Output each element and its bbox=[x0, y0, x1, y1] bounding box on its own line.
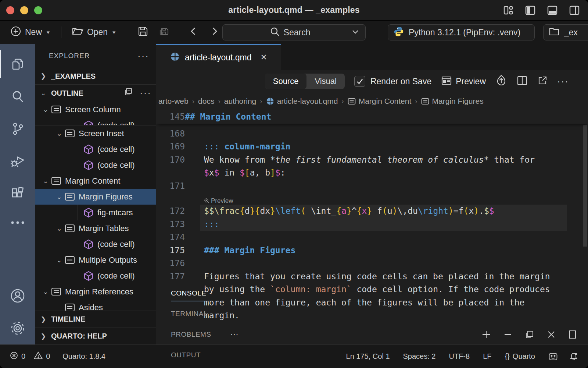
language-mode-status[interactable]: {} Quarto bbox=[505, 352, 535, 361]
outline-more-icon[interactable]: ··· bbox=[140, 88, 151, 99]
chevron-down-icon[interactable]: ⌄ bbox=[54, 193, 64, 201]
zoom-window-button[interactable] bbox=[34, 6, 42, 14]
panel-tab-ports[interactable]: PORTS bbox=[171, 365, 211, 368]
navigate-forward-button[interactable] bbox=[207, 24, 222, 41]
workspace-section-row[interactable]: ❯ _EXAMPLES bbox=[35, 68, 156, 85]
panel-maximize-icon[interactable] bbox=[568, 330, 577, 339]
chevron-down-icon[interactable]: ⌄ bbox=[54, 224, 64, 233]
quarto-version-status[interactable]: Quarto: 1.8.4 bbox=[62, 352, 105, 361]
tab-close-icon[interactable]: ✕ bbox=[261, 53, 267, 62]
outline-item-margin-content[interactable]: ⌄Margin Content bbox=[35, 173, 156, 189]
code-line-wrap[interactable]: more than one figure, each of the figure… bbox=[156, 296, 588, 309]
chevron-down-icon[interactable]: ⌄ bbox=[54, 130, 64, 138]
panel-restore-icon[interactable] bbox=[525, 330, 534, 339]
code-line-174[interactable]: 174 bbox=[156, 231, 588, 244]
eol-status[interactable]: LF bbox=[483, 352, 491, 361]
breadcrumb-item-article-layout-qmd[interactable]: article-layout.qmd bbox=[266, 97, 338, 106]
outline-item--code-cell-[interactable]: (code cell) bbox=[35, 157, 156, 173]
preview-button[interactable]: Preview bbox=[441, 75, 486, 87]
math-preview-codelens[interactable]: Preview bbox=[204, 197, 233, 205]
code-line-170[interactable]: 170We know from *the first fundamental t… bbox=[156, 153, 588, 166]
code-line-171[interactable]: 171 bbox=[156, 179, 588, 192]
code-editor[interactable]: 145## Margin Content 168169::: column-ma… bbox=[156, 110, 588, 324]
interpreter-selector[interactable]: Python 3.12.1 (PipEnv: .venv) bbox=[388, 24, 535, 40]
chevron-down-icon[interactable]: ⌄ bbox=[54, 256, 64, 264]
chevron-down-icon[interactable]: ⌄ bbox=[41, 288, 50, 296]
activity-explorer-icon[interactable] bbox=[0, 48, 35, 80]
minimize-window-button[interactable] bbox=[20, 6, 28, 14]
split-editor-button[interactable] bbox=[517, 75, 528, 87]
outline-item--code-cell-[interactable]: (code cell) bbox=[35, 236, 156, 252]
outline-item--code-cell-[interactable]: (code cell) bbox=[35, 268, 156, 284]
account-icon[interactable] bbox=[0, 280, 35, 312]
toggle-primary-sidebar-icon[interactable] bbox=[525, 5, 536, 16]
activity-source-control-icon[interactable] bbox=[0, 113, 35, 145]
render-button[interactable] bbox=[495, 75, 507, 88]
save-button[interactable] bbox=[135, 24, 151, 41]
notifications-bell-icon[interactable] bbox=[569, 352, 578, 361]
code-line-145[interactable]: 145## Margin Content bbox=[156, 112, 588, 121]
code-line-176[interactable]: 176 bbox=[156, 257, 588, 270]
search-dropdown-icon[interactable] bbox=[351, 28, 359, 37]
outline-item-multiple-outputs[interactable]: ⌄Multiple Outputs bbox=[35, 252, 156, 268]
editor-more-icon[interactable]: ··· bbox=[557, 76, 569, 87]
breadcrumb-item-authoring[interactable]: authoring bbox=[224, 97, 257, 106]
outline-item-margin-references[interactable]: ⌄Margin References bbox=[35, 284, 156, 300]
render-on-save-toggle[interactable]: Render on Save bbox=[354, 76, 431, 87]
save-all-button[interactable] bbox=[155, 24, 173, 41]
timeline-section-row[interactable]: ❯ TIMELINE bbox=[35, 311, 156, 328]
activity-extensions-icon[interactable] bbox=[0, 177, 35, 210]
outline-item--code-cell-[interactable]: (code cell) bbox=[35, 117, 156, 125]
open-in-new-window-button[interactable] bbox=[537, 75, 548, 87]
breadcrumb-item-docs[interactable]: docs bbox=[198, 97, 214, 106]
panel-new-console-icon[interactable] bbox=[481, 330, 491, 339]
chevron-down-icon[interactable]: ⌄ bbox=[41, 177, 50, 185]
customize-layout-icon[interactable] bbox=[503, 5, 514, 16]
encoding-status[interactable]: UTF-8 bbox=[449, 352, 470, 361]
code-line-wrap[interactable]: $x$ in $[a, b]$: bbox=[156, 166, 588, 180]
tab-article-layout[interactable]: article-layout.qmd ✕ bbox=[156, 44, 281, 70]
code-line-172[interactable]: 172$$\frac{d}{dx}\left( \int_{a}^{x} f(u… bbox=[156, 205, 588, 218]
code-line-168[interactable]: 168 bbox=[156, 127, 588, 140]
open-button[interactable]: Open ▼ bbox=[69, 24, 119, 41]
code-line-177[interactable]: 177Figures that you create using code ce… bbox=[156, 270, 588, 283]
code-line-175[interactable]: 175### Margin Figures bbox=[156, 244, 588, 257]
indentation-status[interactable]: Spaces: 2 bbox=[403, 352, 436, 361]
chevron-down-icon[interactable]: ⌄ bbox=[41, 106, 50, 114]
explorer-more-icon[interactable]: ··· bbox=[137, 50, 149, 62]
panel-tab-console[interactable]: CONSOLE bbox=[171, 283, 211, 304]
feedback-smiley-icon[interactable] bbox=[548, 352, 558, 361]
breadcrumb-item-margin-figures[interactable]: Margin Figures bbox=[421, 97, 484, 106]
toggle-panel-icon[interactable] bbox=[547, 5, 558, 16]
outline-item-screen-inset[interactable]: ⌄Screen Inset bbox=[35, 125, 156, 141]
settings-gear-icon[interactable] bbox=[0, 312, 35, 344]
code-line-wrap[interactable]: by using the `column: margin` code cell … bbox=[156, 283, 588, 296]
code-line-173[interactable]: 173::: bbox=[156, 217, 588, 231]
activity-more-icon[interactable] bbox=[0, 210, 35, 236]
panel-more-icon[interactable]: ⋯ bbox=[230, 330, 239, 339]
outline-item-screen-column[interactable]: ⌄Screen Column bbox=[35, 102, 156, 117]
code-line-wrap[interactable]: margin. bbox=[156, 309, 588, 322]
outline-section-row[interactable]: ⌄ OUTLINE ··· bbox=[35, 85, 156, 102]
outline-item-margin-tables[interactable]: ⌄Margin Tables bbox=[35, 220, 156, 236]
panel-minimize-icon[interactable] bbox=[503, 330, 512, 339]
activity-run-debug-icon[interactable] bbox=[0, 145, 35, 177]
toggle-secondary-sidebar-icon[interactable] bbox=[569, 5, 580, 16]
project-selector[interactable]: _ex bbox=[543, 24, 588, 40]
sticky-scroll-line[interactable]: 145## Margin Content bbox=[156, 110, 588, 124]
mode-visual-button[interactable]: Visual bbox=[306, 74, 345, 89]
breadcrumb-item-arto-web[interactable]: arto-web bbox=[158, 97, 189, 106]
panel-tab-problems[interactable]: PROBLEMS bbox=[171, 324, 211, 345]
collapse-all-icon[interactable] bbox=[123, 87, 133, 99]
outline-item-margin-figures[interactable]: ⌄Margin Figures bbox=[35, 189, 156, 205]
code-line-169[interactable]: 169::: column-margin bbox=[156, 140, 588, 153]
panel-tab-output[interactable]: OUTPUT bbox=[171, 345, 211, 365]
mode-source-button[interactable]: Source bbox=[265, 74, 307, 89]
close-window-button[interactable] bbox=[6, 6, 14, 14]
navigate-back-button[interactable] bbox=[186, 24, 201, 41]
panel-tab-terminal[interactable]: TERMINAL bbox=[171, 304, 211, 324]
outline-item-fig-mtcars[interactable]: fig-mtcars bbox=[35, 205, 156, 220]
cursor-position-status[interactable]: Ln 175, Col 1 bbox=[346, 352, 390, 361]
quarto-help-section-row[interactable]: ❯ QUARTO: HELP bbox=[35, 328, 156, 344]
activity-search-icon[interactable] bbox=[0, 80, 35, 113]
